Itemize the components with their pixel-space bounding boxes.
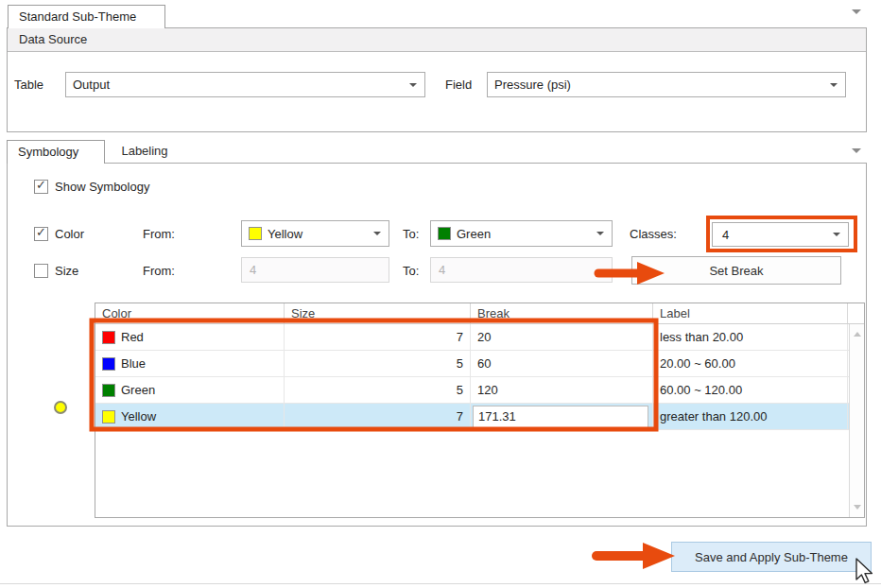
cell-label[interactable]: 60.00 ~ 120.00 (653, 377, 848, 403)
column-header-size[interactable]: Size (285, 303, 471, 323)
data-source-title: Data Source (8, 28, 866, 52)
cell-break[interactable]: 60 (471, 351, 653, 376)
color-swatch-icon (102, 357, 115, 371)
color-name: Yellow (121, 409, 156, 424)
size-to-value: 4 (439, 263, 445, 277)
size-to-label: To: (403, 264, 419, 279)
size-label: Size (55, 264, 78, 279)
scroll-down-icon[interactable] (854, 505, 861, 510)
classes-label: Classes: (630, 227, 677, 242)
chevron-down-icon (833, 233, 840, 236)
symbol-preview-dot (54, 401, 67, 414)
show-symbology-label: Show Symbology (55, 180, 149, 195)
checkmark-icon: ✓ (36, 178, 46, 192)
chevron-down-icon (830, 83, 838, 87)
color-to-value: Green (457, 227, 491, 241)
color-to-label: To: (403, 227, 419, 242)
cell-break[interactable]: 20 (471, 324, 653, 350)
size-to-input[interactable]: 4 (430, 257, 613, 283)
column-header-label[interactable]: Label (653, 303, 848, 323)
chevron-down-icon (596, 232, 604, 235)
collapse-chevron-icon-symbology[interactable] (852, 148, 861, 153)
field-dropdown-value: Pressure (psi) (494, 78, 571, 92)
break-table: Color Size Break Label Red720less than 2… (95, 303, 865, 518)
color-checkbox[interactable]: ✓ (34, 227, 48, 241)
size-from-input[interactable]: 4 (241, 257, 389, 283)
save-and-apply-button[interactable]: Save and Apply Sub-Theme (671, 542, 872, 572)
size-checkbox[interactable] (34, 264, 48, 278)
cell-break[interactable]: 120 (471, 377, 653, 403)
color-name: Red (121, 330, 144, 344)
break-table-body: Red720less than 20.00Blue56020.00 ~ 60.0… (95, 324, 864, 430)
checkmark-icon: ✓ (36, 225, 46, 239)
classes-dropdown[interactable]: 4 (712, 222, 849, 247)
cell-label[interactable]: 20.00 ~ 60.00 (653, 351, 848, 376)
cell-size[interactable]: 5 (285, 377, 471, 403)
column-header-break[interactable]: Break (471, 303, 653, 323)
table-row[interactable]: Yellow7171.31greater than 120.00 (95, 404, 864, 430)
color-label: Color (55, 227, 84, 242)
color-swatch-icon (102, 331, 115, 344)
break-edit-field[interactable]: 171.31 (473, 406, 648, 428)
cell-color[interactable]: Green (95, 377, 285, 403)
set-break-button[interactable]: Set Break (631, 256, 841, 285)
cell-color[interactable]: Blue (95, 351, 285, 376)
table-row[interactable]: Green512060.00 ~ 120.00 (95, 377, 864, 404)
tab-standard-sub-theme[interactable]: Standard Sub-Theme (8, 5, 165, 28)
color-name: Blue (121, 356, 146, 371)
column-header-color[interactable]: Color (95, 303, 285, 323)
table-dropdown[interactable]: Output (65, 72, 425, 97)
cell-label[interactable]: greater than 120.00 (653, 404, 848, 429)
color-to-dropdown[interactable]: Green (430, 220, 613, 247)
yellow-swatch-icon (249, 227, 262, 240)
color-name: Green (121, 383, 155, 397)
show-symbology-checkbox[interactable]: ✓ (34, 180, 48, 194)
field-label: Field (445, 78, 472, 93)
table-label: Table (14, 78, 43, 93)
chevron-down-icon (409, 83, 417, 87)
scroll-up-icon[interactable] (854, 332, 861, 337)
cell-label[interactable]: less than 20.00 (653, 324, 848, 350)
cell-size[interactable]: 7 (285, 404, 471, 429)
classes-value: 4 (722, 228, 729, 242)
vertical-scrollbar[interactable] (849, 324, 864, 517)
table-row[interactable]: Red720less than 20.00 (95, 324, 864, 351)
tab-symbology[interactable]: Symbology (7, 140, 105, 164)
color-swatch-icon (102, 410, 115, 424)
cell-color[interactable]: Yellow (95, 404, 285, 429)
table-row[interactable]: Blue56020.00 ~ 60.00 (95, 351, 864, 377)
break-table-header: Color Size Break Label (95, 303, 864, 324)
annotation-arrow-save (596, 543, 675, 569)
size-from-value: 4 (250, 263, 256, 277)
field-dropdown[interactable]: Pressure (psi) (487, 72, 846, 97)
color-from-value: Yellow (268, 227, 302, 241)
cell-color[interactable]: Red (95, 324, 285, 350)
table-dropdown-value: Output (73, 78, 110, 92)
green-swatch-icon (438, 227, 451, 240)
cell-size[interactable]: 5 (285, 351, 471, 376)
color-from-dropdown[interactable]: Yellow (241, 220, 389, 247)
collapse-chevron-icon-top[interactable] (852, 9, 861, 14)
cell-size[interactable]: 7 (285, 324, 471, 350)
chevron-down-icon (373, 232, 381, 235)
color-from-label: From: (143, 227, 175, 242)
window-bottom-edge (0, 583, 881, 584)
cell-break[interactable]: 171.31 (471, 404, 653, 429)
color-swatch-icon (102, 384, 115, 397)
size-from-label: From: (143, 264, 175, 279)
tab-labeling[interactable]: Labeling (105, 140, 184, 164)
